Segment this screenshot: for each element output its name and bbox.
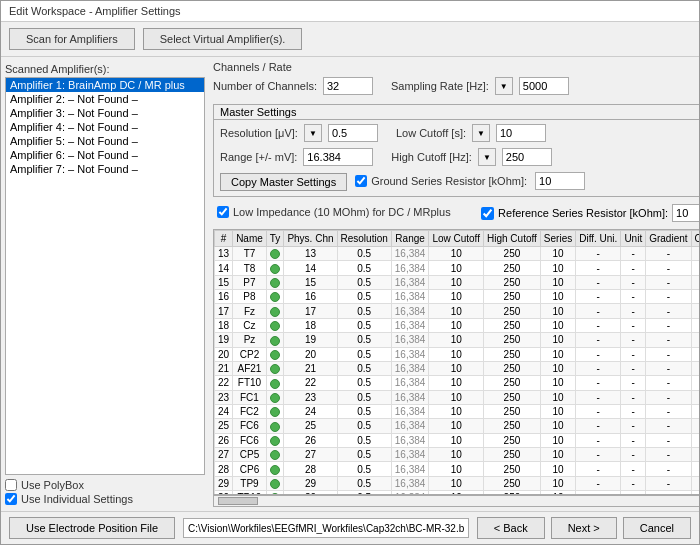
- table-row[interactable]: 22FT10220.516,3841025010----: [215, 376, 700, 390]
- amplifier-item-5[interactable]: Amplifier 5: – Not Found –: [6, 134, 204, 148]
- table-row[interactable]: 15P7150.516,3841025010----: [215, 275, 700, 289]
- table-cell-high: 250: [484, 448, 541, 462]
- table-cell-low: 10: [429, 261, 484, 275]
- table-wrapper[interactable]: # Name Ty Phys. Chn Resolution Range Low…: [213, 229, 699, 495]
- use-individual-checkbox[interactable]: [5, 493, 17, 505]
- table-cell-diff: -: [576, 390, 621, 404]
- high-cutoff-dropdown[interactable]: ▼: [478, 148, 496, 166]
- amplifier-item-4[interactable]: Amplifier 4: – Not Found –: [6, 120, 204, 134]
- table-row[interactable]: 18Cz180.516,3841025010----: [215, 318, 700, 332]
- table-cell-unit: -: [621, 390, 646, 404]
- scan-amplifiers-button[interactable]: Scan for Amplifiers: [9, 28, 135, 50]
- low-impedance-checkbox[interactable]: [217, 206, 229, 218]
- cancel-button[interactable]: Cancel: [623, 517, 691, 539]
- low-cutoff-label: Low Cutoff [s]:: [396, 127, 466, 139]
- table-cell-unit: -: [621, 462, 646, 476]
- table-row[interactable]: 21AF21210.516,3841025010----: [215, 361, 700, 375]
- electrode-position-button[interactable]: Use Electrode Position File: [9, 517, 175, 539]
- resolution-row: Resolution [μV]: ▼ Low Cutoff [s]: ▼: [220, 124, 699, 142]
- table-cell-name: Pz: [233, 333, 267, 347]
- table-cell-unit: -: [621, 261, 646, 275]
- table-cell-diff: -: [576, 333, 621, 347]
- resolution-input[interactable]: [328, 124, 378, 142]
- table-cell-phys: 21: [284, 361, 337, 375]
- table-cell-num: 26: [215, 433, 233, 447]
- low-cutoff-input[interactable]: [496, 124, 546, 142]
- left-panel: Scanned Amplifier(s): Amplifier 1: Brain…: [5, 61, 205, 507]
- table-row[interactable]: 14T8140.516,3841025010----: [215, 261, 700, 275]
- col-header-high: High Cutoff: [484, 231, 541, 247]
- table-cell-diff: -: [576, 361, 621, 375]
- resolution-dropdown[interactable]: ▼: [304, 124, 322, 142]
- range-input[interactable]: [303, 148, 373, 166]
- table-cell-unit: -: [621, 333, 646, 347]
- sampling-rate-dropdown[interactable]: ▼: [495, 77, 513, 95]
- file-path-input[interactable]: [183, 518, 469, 538]
- num-channels-input[interactable]: [323, 77, 373, 95]
- low-cutoff-dropdown[interactable]: ▼: [472, 124, 490, 142]
- table-cell-range: 16,384: [391, 347, 429, 361]
- master-title: Master Settings: [214, 105, 699, 120]
- table-cell-name: CP6: [233, 462, 267, 476]
- table-cell-phys: 13: [284, 247, 337, 261]
- table-cell-name: Cz: [233, 318, 267, 332]
- table-cell-range: 16,384: [391, 376, 429, 390]
- table-row[interactable]: 28CP6280.516,3841025010----: [215, 462, 700, 476]
- amplifier-item-1[interactable]: Amplifier 1: BrainAmp DC / MR plus: [6, 78, 204, 92]
- amplifier-item-6[interactable]: Amplifier 6: – Not Found –: [6, 148, 204, 162]
- col-header-ty: Ty: [266, 231, 284, 247]
- table-cell-series: 10: [540, 462, 575, 476]
- table-row[interactable]: 17Fz170.516,3841025010----: [215, 304, 700, 318]
- table-row[interactable]: 24FC2240.516,3841025010----: [215, 404, 700, 418]
- table-cell-gradient: -: [646, 318, 691, 332]
- table-cell-name: FC6: [233, 419, 267, 433]
- amplifier-item-7[interactable]: Amplifier 7: – Not Found –: [6, 162, 204, 176]
- main-content: Scanned Amplifier(s): Amplifier 1: Brain…: [1, 57, 699, 511]
- use-polyboxy-checkbox[interactable]: [5, 479, 17, 491]
- amplifier-item-2[interactable]: Amplifier 2: – Not Found –: [6, 92, 204, 106]
- table-row[interactable]: 19Pz190.516,3841025010----: [215, 333, 700, 347]
- channel-type-icon: [270, 321, 280, 331]
- table-cell-num: 13: [215, 247, 233, 261]
- amplifier-item-3[interactable]: Amplifier 3: – Not Found –: [6, 106, 204, 120]
- sampling-rate-input[interactable]: [519, 77, 569, 95]
- ground-series-checkbox[interactable]: [355, 175, 367, 187]
- table-row[interactable]: 20CP2200.516,3841025010----: [215, 347, 700, 361]
- table-row[interactable]: 27CP5270.516,3841025010----: [215, 448, 700, 462]
- table-cell-series: 10: [540, 333, 575, 347]
- channel-type-icon: [270, 292, 280, 302]
- table-cell-num: 14: [215, 261, 233, 275]
- table-cell-offset: -: [691, 361, 699, 375]
- table-cell-high: 250: [484, 376, 541, 390]
- table-cell-res: 0.5: [337, 347, 391, 361]
- table-row[interactable]: 29TP9290.516,3841025010----: [215, 476, 700, 490]
- back-button[interactable]: < Back: [477, 517, 545, 539]
- table-cell-phys: 28: [284, 462, 337, 476]
- table-cell-diff: -: [576, 462, 621, 476]
- amplifier-list[interactable]: Amplifier 1: BrainAmp DC / MR plus Ampli…: [5, 77, 205, 475]
- table-row[interactable]: 23FC1230.516,3841025010----: [215, 390, 700, 404]
- copy-master-button[interactable]: Copy Master Settings: [220, 173, 347, 191]
- table-cell-series: 10: [540, 347, 575, 361]
- amplifier-table: # Name Ty Phys. Chn Resolution Range Low…: [214, 230, 699, 495]
- table-row[interactable]: 13T7130.516,3841025010----: [215, 247, 700, 261]
- table-cell-high: 250: [484, 290, 541, 304]
- table-cell-range: 16,384: [391, 419, 429, 433]
- table-cell-low: 10: [429, 448, 484, 462]
- table-cell-unit: -: [621, 290, 646, 304]
- horizontal-scrollbar[interactable]: [213, 495, 699, 507]
- table-row[interactable]: 16P8160.516,3841025010----: [215, 290, 700, 304]
- high-cutoff-input[interactable]: [502, 148, 552, 166]
- next-button[interactable]: Next >: [551, 517, 617, 539]
- ref-series-checkbox[interactable]: [481, 207, 494, 220]
- table-cell-num: 24: [215, 404, 233, 418]
- select-virtual-button[interactable]: Select Virtual Amplifier(s).: [143, 28, 303, 50]
- table-cell-name: FC6: [233, 433, 267, 447]
- table-row[interactable]: 26FC6260.516,3841025010----: [215, 433, 700, 447]
- table-row[interactable]: 25FC6250.516,3841025010----: [215, 419, 700, 433]
- ground-series-input[interactable]: [535, 172, 585, 190]
- table-cell-range: 16,384: [391, 404, 429, 418]
- ref-series-input[interactable]: [672, 204, 699, 222]
- table-cell-gradient: -: [646, 376, 691, 390]
- table-cell-res: 0.5: [337, 476, 391, 490]
